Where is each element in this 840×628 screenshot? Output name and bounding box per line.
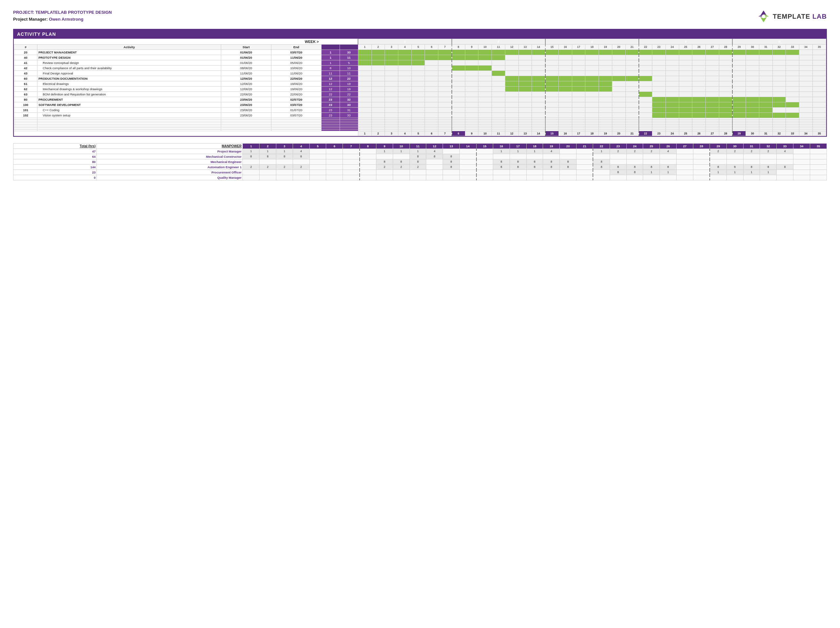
mp-row: 64Mechanical Constructor8888888 [13,154,827,159]
gantt-cell [612,81,625,86]
mp-val-cell [609,175,626,180]
mp-val-cell [760,154,777,159]
gantt-row: 42Check compliance of all parts and thei… [14,65,826,71]
mp-val-cell [460,159,477,164]
row-end: 02/07/20 [271,97,321,102]
mp-val-cell [360,159,376,164]
gantt-cell [585,97,599,102]
gantt-cell [559,97,572,102]
gantt-cell [559,65,572,71]
col-num-header: # [14,44,38,49]
mp-val-cell: 1 [660,170,677,175]
gantt-cell [786,97,799,102]
gantt-cell [746,107,759,112]
gantt-cell [786,102,799,107]
gantt-cell [812,107,826,112]
mp-val-cell [810,175,827,180]
gantt-row: 61Electrical drawings12/06/2019/06/20121… [14,81,826,86]
gantt-cell [398,49,412,55]
mp-val-cell [426,159,443,164]
gantt-cell [505,76,518,81]
row-wk-end: 19 [339,81,358,86]
gantt-cell [358,65,371,71]
gantt-cell [518,60,532,65]
row-end: 10/06/20 [271,65,321,71]
row-end: 11/06/20 [271,55,321,60]
gantt-cell [585,107,599,112]
gantt-cell [786,60,799,65]
mp-role-name: Procurement Officer [97,170,243,175]
gantt-cell [719,49,733,55]
mp-d21: 21 [576,143,593,148]
day-35: 35 [812,44,826,49]
gantt-cell [438,76,452,81]
day-12: 12 [505,44,518,49]
gantt-cell [572,55,585,60]
gantt-cell [492,76,505,81]
gantt-cell [572,86,585,91]
mp-d11: 11 [409,143,426,148]
mp-val-cell [793,175,810,180]
gantt-table: WEEK > 1 2 3 4 5 # Activity Start End [14,39,826,136]
gantt-cell [478,112,492,118]
gantt-cell [692,97,706,102]
gantt-cell [532,102,545,107]
mp-val-cell: 8 [409,159,426,164]
mp-val-cell [376,175,393,180]
gantt-cell [492,86,505,91]
manpower-section: Total (hrs) MANPOWER 1 2 3 4 5 6 7 8 9 1… [13,143,827,180]
gantt-row: 63BOM definition and Requisition list ge… [14,91,826,97]
gantt-cell [518,107,532,112]
gantt-cell [639,86,652,91]
gantt-cell [719,107,733,112]
mp-d26: 26 [660,143,677,148]
gantt-cell [518,71,532,76]
gantt-cell [812,97,826,102]
row-wk-end: 32 [339,97,358,102]
gantt-cell [772,71,786,76]
logo: TEMPLATE LAB [757,10,827,23]
gantt-cell [679,91,692,97]
gantt-cell [679,49,692,55]
gantt-cell [799,81,813,86]
gantt-cell [612,76,625,81]
mp-val-cell [360,170,376,175]
gantt-cell [545,97,559,102]
mp-val-cell [660,159,677,164]
mp-val-cell [409,170,426,175]
gantt-cell [545,76,559,81]
gantt-cell [559,76,572,81]
gantt-cell [438,81,452,86]
gantt-cell [692,91,706,97]
gantt-cell [478,60,492,65]
gantt-cell [772,76,786,81]
mp-val-cell: 2 [243,164,259,170]
mp-val-cell [526,154,543,159]
mp-val-cell [409,175,426,180]
gantt-cell [452,81,465,86]
gantt-cell [786,55,799,60]
day-11: 11 [492,44,505,49]
row-start: 01/06/20 [221,55,272,60]
gantt-cell [706,81,719,86]
gantt-cell [625,91,639,97]
mp-d13: 13 [443,143,460,148]
gantt-cell [385,91,398,97]
gantt-cell [625,60,639,65]
mp-val-cell: 4 [426,148,443,154]
row-start: 23/06/20 [221,102,272,107]
gantt-cell [412,81,425,86]
gantt-cell [438,107,452,112]
row-activity: PROCUREMENT [38,97,221,102]
day-19: 19 [599,44,612,49]
gantt-cell [532,81,545,86]
mp-val-cell [460,170,477,175]
gantt-cell [759,97,773,102]
mp-val-cell [460,175,477,180]
gantt-cell [572,65,585,71]
gantt-cell [759,112,773,118]
gantt-cell [532,49,545,55]
mp-val-cell: 4 [777,148,793,154]
gantt-cell [398,91,412,97]
gantt-cell [572,76,585,81]
